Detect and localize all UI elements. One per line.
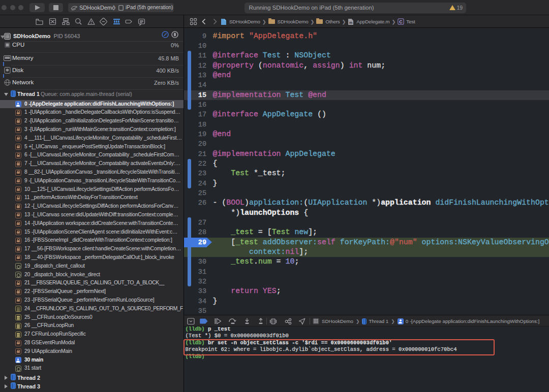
svg-text:m: m: [349, 21, 352, 24]
svg-text:C: C: [400, 19, 403, 24]
